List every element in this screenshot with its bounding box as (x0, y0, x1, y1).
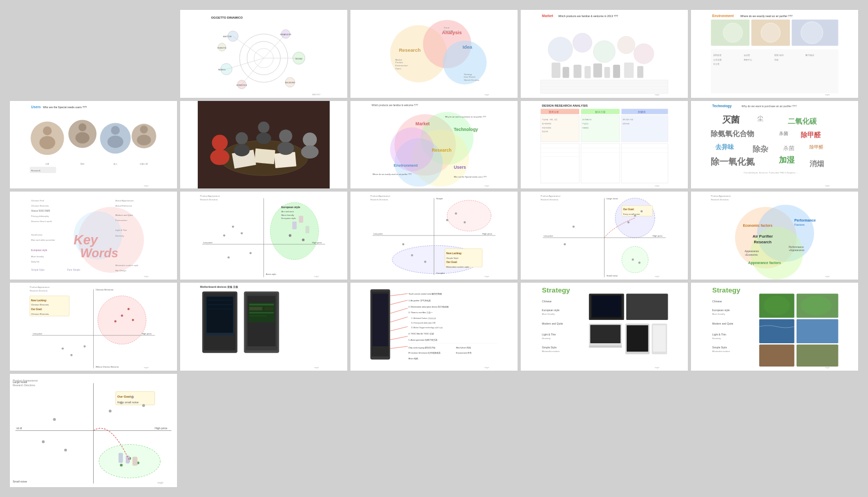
svg-point-281 (640, 210, 642, 212)
svg-text:竞品分析: 竞品分析 (542, 130, 548, 133)
svg-text:Chinese Feel: Chinese Feel (31, 199, 44, 202)
svg-text:Technology: Technology (712, 104, 732, 108)
svg-text:Pricing philosophy: Pricing philosophy (31, 215, 49, 218)
slide-2: Research Analysis Idea Market Product En… (350, 9, 518, 98)
svg-text:sxgx: sxgx (825, 366, 830, 369)
svg-text:sxgx: sxgx (314, 366, 319, 369)
svg-point-409 (801, 296, 831, 315)
svg-text:Market: Market (416, 121, 430, 126)
svg-text:灭菌: 灭菌 (722, 115, 740, 125)
svg-text:WEARLESS: WEARLESS (280, 34, 291, 36)
svg-rect-341 (249, 304, 274, 305)
svg-point-431 (109, 410, 111, 412)
svg-text:Low price: Low price (373, 232, 383, 235)
svg-point-428 (120, 401, 123, 404)
svg-text:学校: 学校 (775, 59, 779, 61)
svg-text:产品功能，外观，交互: 产品功能，外观，交互 (542, 119, 557, 121)
svg-text:sxgx: sxgx (825, 184, 830, 187)
svg-text:Simple Style: Simple Style (31, 269, 45, 271)
svg-text:Economic factors: Economic factors (743, 224, 772, 227)
svg-point-46 (572, 33, 592, 52)
svg-text:孕妇: 孕妇 (80, 163, 84, 165)
svg-text:OGGETTO DINAMICO: OGGETTO DINAMICO (211, 16, 243, 19)
svg-text:Research Directions: Research Directions (370, 199, 388, 201)
svg-text:5. Anion generator 负离子发生器: 5. Anion generator 负离子发生器 (408, 339, 437, 341)
svg-rect-59 (540, 80, 668, 93)
svg-rect-162 (581, 143, 620, 183)
svg-rect-440 (133, 457, 138, 465)
svg-text:Performance: Performance (789, 245, 804, 248)
svg-text:Dexterity: Dexterity (542, 337, 551, 340)
slide-15: Product Appearance Research Directions L… (9, 282, 178, 371)
svg-point-261 (464, 222, 466, 224)
svg-point-321 (127, 308, 129, 310)
svg-text:Complex: Complex (436, 272, 446, 275)
svg-text:sxgx: sxgx (157, 481, 163, 484)
svg-text:sxgx: sxgx (484, 184, 490, 187)
svg-text:High price: High price (653, 235, 663, 238)
svg-point-323 (132, 319, 134, 321)
svg-text:Small noise: Small noise (607, 274, 619, 277)
svg-text:+Appearance: +Appearance (789, 249, 805, 252)
svg-rect-50 (552, 63, 561, 78)
slide-20: Product Appearance Research Directions L… (9, 373, 178, 488)
svg-point-71 (761, 23, 780, 42)
svg-text:Large noise: Large noise (607, 198, 619, 200)
svg-point-219 (270, 203, 318, 260)
svg-rect-163 (622, 143, 668, 183)
svg-text:High price: High price (155, 427, 167, 430)
svg-text:Research: Research (754, 240, 772, 244)
svg-text:Users: Users (454, 165, 466, 170)
svg-text:Environment: Environment (393, 163, 418, 168)
svg-text:Where do we exactly need an ai: Where do we exactly need an air purifier… (740, 14, 792, 18)
svg-point-237 (249, 252, 252, 254)
slide-13: Product Appearance Research Directions L… (520, 191, 688, 280)
svg-text:More friendly: More friendly (712, 313, 725, 315)
svg-point-115 (212, 135, 228, 151)
svg-rect-411 (797, 319, 838, 343)
svg-text:Product Appearance: Product Appearance (711, 195, 731, 198)
svg-text:RECEIVER: RECEIVER (285, 82, 296, 84)
svg-text:Environment: Environment (395, 64, 408, 67)
svg-point-45 (548, 37, 573, 62)
svg-point-235 (223, 235, 225, 237)
svg-text:MOBILE: MOBILE (218, 69, 226, 71)
svg-text:Touch screen control area 触控控制: Touch screen control area 触控控制板 (408, 293, 442, 295)
svg-text:餐厅/饭店: 餐厅/饭店 (805, 54, 814, 56)
svg-text:产品定位: 产品定位 (582, 123, 589, 125)
svg-text:除杂: 除杂 (753, 144, 769, 153)
svg-text:Chinese Elements: Chinese Elements (31, 303, 49, 306)
svg-rect-438 (119, 452, 123, 462)
slide-11: Product Appearance Research Directions L… (180, 191, 348, 280)
svg-text:除甲醛: 除甲醛 (801, 130, 821, 138)
svg-text:Who are the Special needs user: Who are the Special needs users ??? (454, 176, 487, 178)
svg-text:IR receiver & Inductor 红外线接收器: IR receiver & Inductor 红外线接收器 (408, 352, 440, 354)
svg-text:European style: European style (31, 249, 47, 252)
svg-text:Research Directions: Research Directions (200, 199, 217, 201)
svg-text:Technology: Technology (454, 126, 478, 131)
svg-rect-240 (299, 216, 303, 223)
svg-text:SOUND: SOUND (296, 58, 303, 60)
svg-text:Wind wheel 风轮: Wind wheel 风轮 (456, 346, 471, 349)
svg-rect-55 (605, 67, 610, 78)
svg-text:DOMOTICS: DOMOTICS (237, 84, 247, 86)
svg-text:ROBOTIC: ROBOTIC (217, 47, 227, 49)
svg-text:Large noise: Large noise (12, 381, 27, 384)
svg-point-269 (615, 198, 655, 238)
svg-text:Daily life: Daily life (31, 261, 40, 264)
svg-text:Modern and Quite: Modern and Quite (542, 322, 563, 325)
svg-text:sxgx: sxgx (655, 184, 660, 187)
svg-text:尘: 尘 (757, 115, 763, 122)
svg-rect-394 (653, 325, 666, 352)
svg-text:公共交通: 公共交通 (713, 59, 722, 61)
svg-point-47 (593, 40, 615, 62)
slide-10: Chinese Feel Chinese Elements Above 5000… (9, 191, 178, 280)
svg-point-408 (763, 296, 790, 315)
svg-text:Research Directions: Research Directions (12, 384, 35, 386)
svg-rect-387 (626, 294, 668, 320)
svg-text:Chip control group 群控芯片组: Chip control group 群控芯片组 (408, 346, 435, 349)
svg-text:Appearance factors: Appearance factors (748, 261, 781, 265)
svg-rect-54 (593, 63, 602, 77)
svg-text:杀菌: 杀菌 (779, 131, 788, 136)
svg-text:Formaldehyde, Benzene, Particu: Formaldehyde, Benzene, Particulate PM2.5… (744, 171, 798, 174)
